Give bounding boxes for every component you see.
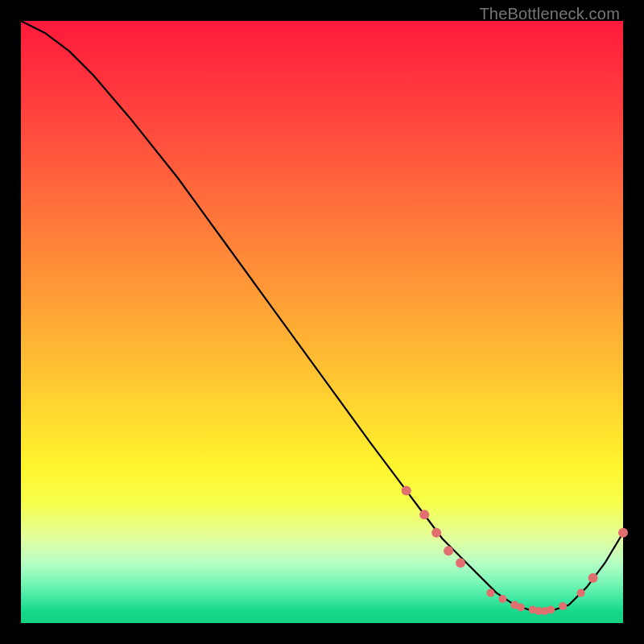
data-point [402, 485, 411, 495]
curve-path [21, 21, 623, 611]
data-point [577, 589, 585, 597]
data-point [486, 589, 494, 597]
data-point [517, 604, 525, 612]
data-point [456, 558, 465, 568]
chart-svg [21, 21, 623, 623]
data-point [547, 606, 555, 614]
plot-area [21, 21, 623, 623]
curve-markers [402, 485, 628, 615]
data-point [559, 602, 567, 610]
data-point [498, 595, 506, 603]
data-point [618, 528, 628, 538]
data-point [588, 573, 598, 583]
data-point [419, 510, 429, 519]
chart-stage: TheBottleneck.com [0, 0, 644, 644]
data-point [431, 528, 441, 538]
data-point [444, 546, 453, 555]
